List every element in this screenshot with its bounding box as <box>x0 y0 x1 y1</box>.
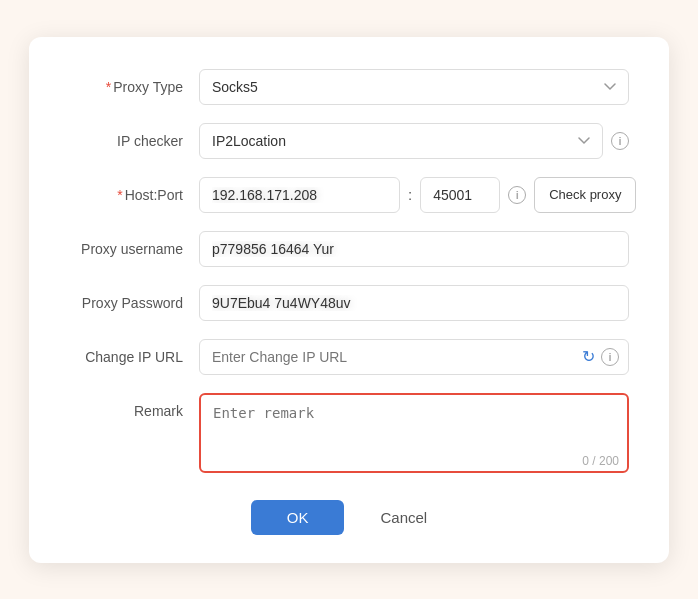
cancel-button[interactable]: Cancel <box>360 500 447 535</box>
proxy-dialog: *Proxy Type Socks5 HTTP HTTPS SOCKS4 IP … <box>29 37 669 563</box>
required-star: * <box>106 79 111 95</box>
colon-separator: : <box>408 186 412 203</box>
change-ip-url-control: ↻ i <box>199 339 629 375</box>
ip-checker-info-icon[interactable]: i <box>611 132 629 150</box>
proxy-password-label: Proxy Password <box>69 285 199 321</box>
remark-wrapper: 0 / 200 <box>199 393 629 476</box>
port-input[interactable] <box>420 177 500 213</box>
change-ip-info-icon[interactable]: i <box>601 348 619 366</box>
remark-row: Remark 0 / 200 <box>69 393 629 476</box>
change-ip-icons: ↻ i <box>582 347 619 366</box>
proxy-password-row: Proxy Password <box>69 285 629 321</box>
proxy-username-control <box>199 231 629 267</box>
refresh-icon[interactable]: ↻ <box>582 347 595 366</box>
proxy-username-input[interactable] <box>199 231 629 267</box>
ip-checker-select[interactable]: IP2Location IPinfo MyIPAPI <box>199 123 603 159</box>
proxy-password-control <box>199 285 629 321</box>
ip-checker-control: IP2Location IPinfo MyIPAPI i <box>199 123 629 159</box>
host-port-control: : i Check proxy <box>199 177 636 213</box>
host-input[interactable] <box>199 177 400 213</box>
host-port-info-icon[interactable]: i <box>508 186 526 204</box>
host-port-label: *Host:Port <box>69 177 199 213</box>
remark-control: 0 / 200 <box>199 393 629 476</box>
remark-label: Remark <box>69 393 199 420</box>
proxy-username-label: Proxy username <box>69 231 199 267</box>
ok-button[interactable]: OK <box>251 500 345 535</box>
host-port-required: * <box>117 187 122 203</box>
change-ip-url-label: Change IP URL <box>69 339 199 375</box>
ip-checker-select-wrapper: IP2Location IPinfo MyIPAPI <box>199 123 603 159</box>
ip-checker-label: IP checker <box>69 123 199 159</box>
char-count: 0 / 200 <box>582 454 619 468</box>
proxy-type-label: *Proxy Type <box>69 69 199 105</box>
change-ip-input-wrapper: ↻ i <box>199 339 629 375</box>
check-proxy-button[interactable]: Check proxy <box>534 177 636 213</box>
proxy-password-input[interactable] <box>199 285 629 321</box>
proxy-type-control: Socks5 HTTP HTTPS SOCKS4 <box>199 69 629 105</box>
change-ip-url-row: Change IP URL ↻ i <box>69 339 629 375</box>
proxy-username-row: Proxy username <box>69 231 629 267</box>
change-ip-url-input[interactable] <box>199 339 629 375</box>
proxy-type-select[interactable]: Socks5 HTTP HTTPS SOCKS4 <box>199 69 629 105</box>
proxy-type-row: *Proxy Type Socks5 HTTP HTTPS SOCKS4 <box>69 69 629 105</box>
footer: OK Cancel <box>69 500 629 535</box>
host-port-row: *Host:Port : i Check proxy <box>69 177 629 213</box>
remark-textarea[interactable] <box>199 393 629 473</box>
ip-checker-row: IP checker IP2Location IPinfo MyIPAPI i <box>69 123 629 159</box>
